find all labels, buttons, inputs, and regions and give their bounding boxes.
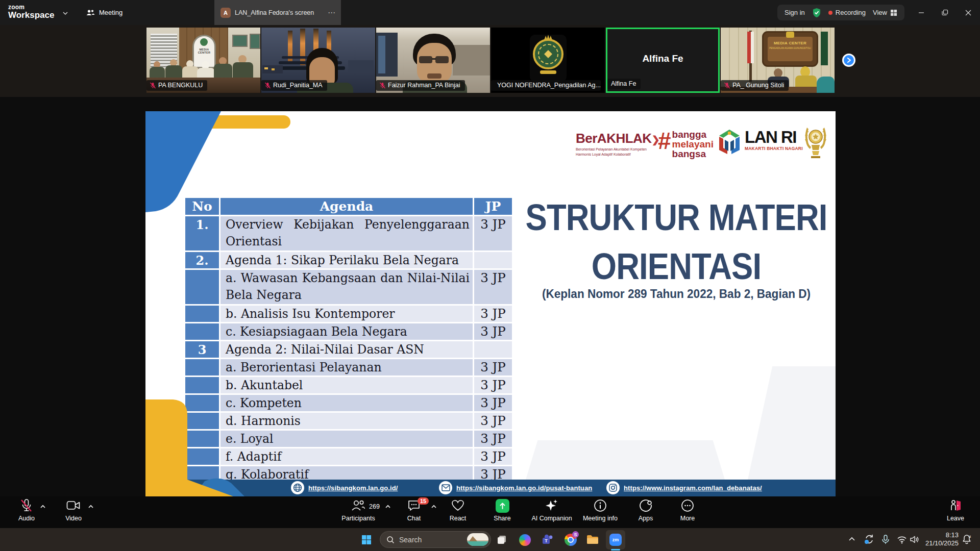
- video-tile-alfina-fe[interactable]: Alfina Fe Alfina Fe: [606, 28, 720, 93]
- chevron-right-icon: [846, 57, 852, 63]
- recording-dot-icon: [828, 11, 832, 15]
- titlebar: zoom Workspace Meeting A LAN_Alfina Fedo…: [0, 0, 980, 25]
- heart-icon: [451, 499, 464, 512]
- slide-title: STRUKTUR MATERI ORIENTASI: [517, 193, 836, 291]
- table-cell-jp: 3 JP: [474, 359, 512, 375]
- table-cell-agenda: Agenda 1: Sikap Perilaku Bela Negara: [220, 252, 473, 268]
- start-button[interactable]: [358, 531, 375, 548]
- sign-in-button[interactable]: Sign in: [785, 9, 805, 16]
- video-tile-pa-bengkulu[interactable]: MEDIA CENTER PA BENGKULU: [146, 28, 260, 93]
- table-cell-agenda: a. Berorientasi Pelayanan: [220, 359, 473, 375]
- instagram-icon: [606, 481, 620, 494]
- more-options-icon[interactable]: ⋯: [328, 8, 336, 17]
- table-header: JP: [474, 198, 512, 215]
- search-input[interactable]: Search: [380, 531, 491, 548]
- mic-muted-icon: [20, 498, 33, 513]
- leave-icon: [949, 499, 962, 512]
- tray-volume-icon[interactable]: [910, 535, 919, 546]
- task-view-button[interactable]: [493, 531, 510, 548]
- globe-icon: [291, 481, 304, 494]
- participant-name-label: PA_ Gunung Sitoli: [721, 80, 789, 91]
- video-tile-faizur-rahman[interactable]: Faizur Rahman_PA Binjai: [376, 28, 490, 93]
- svg-text:T: T: [545, 538, 548, 543]
- tab-meeting[interactable]: Meeting: [86, 0, 122, 25]
- participants-options-chevron[interactable]: [385, 505, 391, 509]
- mic-muted-icon: [150, 82, 156, 89]
- video-tile-rudi-panitia-ma[interactable]: Rudi_Panitia_MA: [261, 28, 375, 93]
- table-cell-no: [185, 359, 219, 375]
- table-cell-no: [185, 306, 219, 322]
- participants-button[interactable]: Participants: [338, 496, 379, 528]
- table-cell-jp: 3 JP: [474, 270, 512, 304]
- participant-name-label: PA BENGKULU: [146, 80, 207, 91]
- share-screen-button[interactable]: Share: [488, 496, 517, 528]
- table-cell-jp: [474, 341, 512, 358]
- leave-button[interactable]: Leave: [942, 496, 969, 528]
- video-options-chevron[interactable]: [88, 505, 94, 509]
- slide-subtitle: (Keplan Nomor 289 Tahun 2022, Bab 2, Bag…: [527, 287, 826, 301]
- meeting-info-button[interactable]: Meeting info: [579, 496, 622, 528]
- next-participants-button[interactable]: [842, 54, 855, 67]
- people-icon: [86, 9, 95, 17]
- tray-mic-icon[interactable]: [881, 535, 890, 546]
- teams-icon[interactable]: T: [539, 531, 556, 548]
- minimize-button[interactable]: [910, 0, 933, 25]
- table-cell-jp: 3 JP: [474, 431, 512, 447]
- apps-icon: [639, 499, 653, 513]
- table-cell-agenda: Agenda 2: Nilai-Nilai Dasar ASN: [220, 341, 473, 358]
- table-cell-jp: 3 JP: [474, 377, 512, 393]
- recording-label: Recording: [836, 9, 866, 16]
- participant-center-name: Alfina Fe: [606, 53, 720, 64]
- tray-chevron-up-icon[interactable]: [848, 536, 855, 541]
- copilot-icon[interactable]: [516, 531, 533, 548]
- apps-button[interactable]: Apps: [633, 496, 658, 528]
- more-button[interactable]: More: [675, 496, 700, 528]
- video-button[interactable]: Video: [59, 496, 88, 528]
- titlebar-right-panel: Sign in Recording View: [777, 5, 904, 20]
- maximize-button[interactable]: [933, 0, 957, 25]
- close-button[interactable]: [957, 0, 980, 25]
- video-tile-pa-gunung-sitoli[interactable]: MEDIA CENTER PENGADILAN AGAMA GUNUNGSITO…: [721, 28, 835, 93]
- file-explorer-icon[interactable]: [584, 531, 601, 548]
- participant-name-label: Faizur Rahman_PA Binjai: [376, 80, 465, 91]
- search-placeholder: Search: [399, 536, 467, 544]
- recording-indicator[interactable]: Recording: [828, 9, 866, 16]
- meeting-toolbar: Audio Video Participants 269 Chat 15: [0, 496, 980, 528]
- table-cell-agenda: Overview Kebijakan Penyelenggaraan Orien…: [220, 216, 473, 251]
- tab-shared-screen-label: LAN_Alfina Fedora's screen: [235, 9, 324, 16]
- table-cell-no: [185, 270, 219, 304]
- ai-companion-button[interactable]: AI Companion: [529, 496, 575, 528]
- lan-ri-logo: LAN RI MAKARTI BHAKTI NAGARI: [716, 129, 803, 155]
- zoom-app-active-tile[interactable]: zm: [606, 530, 625, 549]
- decor-gray-shape: [748, 366, 836, 480]
- audio-button[interactable]: Audio: [12, 496, 41, 528]
- table-cell-no: 1.: [185, 216, 219, 251]
- react-button[interactable]: React: [445, 496, 471, 528]
- table-cell-no: [185, 377, 219, 393]
- table-cell-jp: 3 JP: [474, 448, 512, 465]
- share-arrow-icon: [499, 502, 506, 510]
- video-tile-yogi-nofendra[interactable]: YOGI NOFENDRA_Pengadilan Ag...: [491, 28, 605, 93]
- tray-notification-bell-icon[interactable]: z: [962, 534, 972, 546]
- tab-shared-screen[interactable]: A LAN_Alfina Fedora's screen ⋯: [214, 0, 341, 25]
- zoom-workspace-brand[interactable]: zoom Workspace: [8, 4, 54, 20]
- chevron-down-icon[interactable]: [62, 11, 68, 15]
- audio-options-chevron[interactable]: [40, 505, 46, 509]
- participants-count: 269: [369, 503, 380, 510]
- table-cell-agenda: b. Analisis Isu Kontemporer: [220, 306, 473, 322]
- tray-time: 8:13: [925, 531, 959, 539]
- view-button[interactable]: View: [873, 9, 897, 16]
- chrome-icon[interactable]: S: [562, 531, 579, 548]
- mail-icon: [439, 481, 452, 494]
- search-highlight-image[interactable]: [467, 533, 488, 546]
- table-cell-jp: 3 JP: [474, 323, 512, 340]
- chat-options-chevron[interactable]: [431, 505, 437, 509]
- search-icon: [386, 536, 395, 544]
- shared-screen-area: BerAKHLAK❯ Berorientasi Pelayanan Akunta…: [0, 97, 980, 496]
- tray-sync-icon[interactable]: [864, 534, 875, 547]
- tray-clock[interactable]: 8:13 21/10/2025: [925, 531, 959, 547]
- security-shield-icon[interactable]: [812, 8, 821, 18]
- tray-wifi-icon[interactable]: [897, 536, 907, 546]
- participant-name-label: Rudi_Panitia_MA: [261, 80, 327, 91]
- table-cell-agenda: b. Akuntabel: [220, 377, 473, 393]
